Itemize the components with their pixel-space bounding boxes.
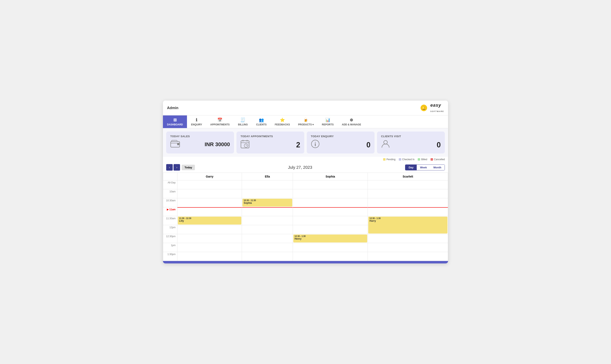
time-label-11am: ▶ 11am (163, 207, 177, 216)
cell-12pm-ella[interactable] (242, 225, 293, 234)
cal-next-btn[interactable]: › (173, 164, 180, 171)
cell-1130am-ella[interactable] (242, 216, 293, 225)
cell-1030am-scarlett[interactable] (368, 198, 448, 207)
stat-today-enquiry-value: 0 (366, 141, 371, 149)
cell-1130am-scarlett[interactable]: 12:30 - 1:30 Harry (368, 216, 448, 225)
cell-allday-sophia[interactable] (293, 180, 368, 189)
dashboard-icon: ⊞ (173, 117, 177, 122)
cell-12pm-garry[interactable] (177, 225, 242, 234)
nav-enquiry[interactable]: ℹ ENQUIRY (187, 116, 206, 128)
event-lilly-garry[interactable]: 11:30 - 12:30 Lilly (178, 217, 241, 224)
cell-130pm-ella[interactable] (242, 252, 293, 261)
nav-clients-label: CLIENTS (256, 123, 266, 126)
cell-1130am-garry[interactable]: 11:30 - 12:30 Lilly (177, 216, 242, 225)
staff-header-scarlett: Scarlett (368, 173, 448, 180)
cal-view-day[interactable]: Day (405, 165, 417, 170)
legend-billed-label: Billed (421, 158, 427, 161)
cell-10am-garry[interactable] (177, 189, 242, 198)
legend-billed: Billed (418, 158, 427, 161)
cell-1030am-garry[interactable] (177, 198, 242, 207)
app-container: Admin 🔔 easy SOFTWARE ⊞ DASHBOARD ℹ ENQU… (163, 101, 448, 263)
legend-pending: Pending (383, 158, 396, 161)
top-bar-right: 🔔 easy SOFTWARE (421, 103, 444, 113)
event-henry-sophia[interactable]: 12:30 - 1:30 Henry (293, 234, 367, 243)
cell-11am-garry[interactable] (177, 207, 242, 216)
nav-dashboard[interactable]: ⊞ DASHBOARD (163, 116, 187, 128)
nav-add-manage[interactable]: ⊕ ADD & MANAGE (338, 116, 365, 128)
cell-130pm-scarlett[interactable] (368, 252, 448, 261)
nav-appointments[interactable]: 📅 APPOINTMENTS (206, 116, 234, 128)
event-harry-scarlett-time: 12:30 - 1:30 (370, 217, 446, 220)
cell-1pm-sophia[interactable] (293, 243, 368, 252)
appointments-icon: 📅 (217, 117, 222, 122)
stat-clients-visit: CLIENTS VISIT 0 (377, 131, 445, 154)
cell-11am-scarlett[interactable] (368, 207, 448, 216)
cell-130pm-sophia[interactable] (293, 252, 368, 261)
time-row-1130am: 11:30am 11:30 - 12:30 Lilly 12:30 - 1:30… (163, 216, 448, 225)
cell-allday-ella[interactable] (242, 180, 293, 189)
wallet-icon (170, 140, 180, 149)
legend-pending-label: Pending (386, 158, 396, 161)
cell-1230pm-garry[interactable] (177, 234, 242, 243)
calendar-controls: ‹ › Today July 27, 2023 Day Week Month (163, 162, 448, 173)
event-lilly-garry-name: Lilly (179, 220, 240, 222)
cal-view-week[interactable]: Week (417, 165, 430, 170)
time-label-130pm: 1:30pm (163, 252, 177, 261)
event-harry-scarlett[interactable]: 12:30 - 1:30 Harry (368, 217, 448, 234)
cal-nav-group: ‹ › Today (166, 164, 195, 171)
time-label-1pm: 1pm (163, 243, 177, 252)
cell-1030am-ella[interactable]: 10:30 - 11:30 Sophia (242, 198, 293, 207)
enquiry-icon: ℹ (196, 117, 197, 122)
products-icon: 🍺 (303, 117, 308, 122)
cell-1pm-garry[interactable] (177, 243, 242, 252)
cal-view-month[interactable]: Month (430, 165, 445, 170)
legend-cancelled: Cancelled (431, 158, 445, 161)
cell-allday-scarlett[interactable] (368, 180, 448, 189)
person-icon (381, 140, 390, 150)
time-row-allday: All-Day (163, 180, 448, 189)
add-manage-icon: ⊕ (350, 117, 353, 122)
cell-10am-sophia[interactable] (293, 189, 368, 198)
nav-reports[interactable]: 📊 REPORTS (318, 116, 338, 128)
cell-1030am-sophia[interactable] (293, 198, 368, 207)
cell-1230pm-sophia[interactable]: 12:30 - 1:30 Henry (293, 234, 368, 243)
reports-icon: 📊 (325, 117, 330, 122)
stat-today-sales: TODAY SALES INR 30000 (166, 131, 234, 154)
nav-feedbacks[interactable]: ⭐ FEEDBACKS (271, 116, 294, 128)
time-label-allday: All-Day (163, 180, 177, 189)
nav-billing[interactable]: 🧾 BILLING (234, 116, 252, 128)
cell-130pm-garry[interactable] (177, 252, 242, 261)
event-henry-sophia-name: Henry (294, 237, 366, 240)
staff-header-garry: Garry (177, 173, 242, 180)
cell-allday-garry[interactable] (177, 180, 242, 189)
cell-1130am-sophia[interactable] (293, 216, 368, 225)
cell-11am-ella[interactable] (242, 207, 293, 216)
nav-products[interactable]: 🍺 PRODUCTS ▾ (294, 116, 318, 128)
legend-checked-in-label: Checked In (402, 158, 415, 161)
stat-today-enquiry-title: TODAY ENQUIRY (311, 135, 371, 138)
time-row-1pm: 1pm (163, 243, 448, 252)
cell-12pm-sophia[interactable] (293, 225, 368, 234)
nav-clients[interactable]: 👥 CLIENTS (252, 116, 271, 128)
legend-billed-dot (418, 158, 420, 161)
cell-10am-scarlett[interactable] (368, 189, 448, 198)
event-sophia-ella-name: Sophia (244, 202, 291, 204)
app-title: Admin (167, 106, 178, 110)
nav-add-manage-label: ADD & MANAGE (342, 123, 361, 126)
event-sophia-ella[interactable]: 10:30 - 11:30 Sophia (242, 199, 292, 207)
cal-prev-btn[interactable]: ‹ (166, 164, 173, 171)
stat-today-enquiry-body: 0 (311, 140, 371, 150)
bottom-bar (163, 261, 448, 263)
cell-1230pm-scarlett[interactable] (368, 234, 448, 243)
time-row-1230pm: 12:30pm 12:30 - 1:30 Henry (163, 234, 448, 243)
cell-1pm-ella[interactable] (242, 243, 293, 252)
notification-bell-icon[interactable]: 🔔 (421, 105, 427, 111)
time-indicator-line-scarlett (368, 207, 448, 208)
stat-today-sales-title: TODAY SALES (170, 135, 230, 138)
cell-1230pm-ella[interactable] (242, 234, 293, 243)
stat-today-appointments: TODAY APPOINTMENTS 2 (237, 131, 304, 154)
cal-today-button[interactable]: Today (182, 165, 195, 170)
cell-1pm-scarlett[interactable] (368, 243, 448, 252)
cell-11am-sophia[interactable] (293, 207, 368, 216)
cell-10am-ella[interactable] (242, 189, 293, 198)
